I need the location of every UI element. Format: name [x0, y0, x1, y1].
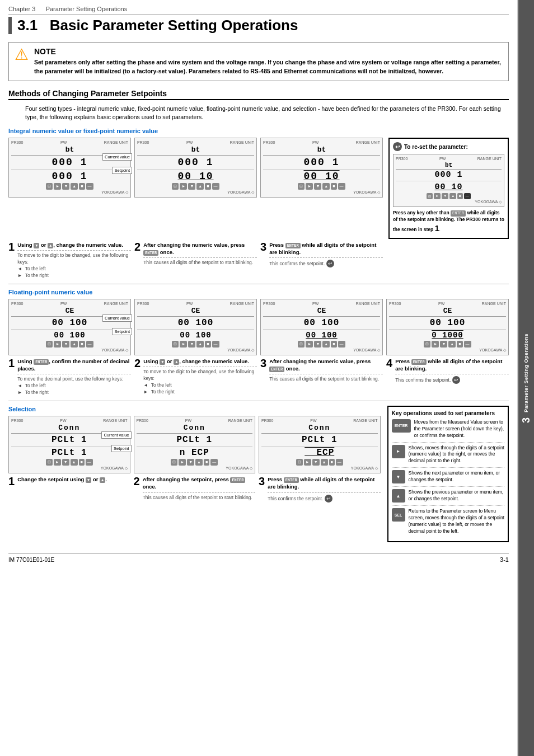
reset-title-text: To re-set the parameter:	[404, 144, 468, 150]
chapter-label: Chapter 3	[8, 6, 35, 12]
note-icon: ⚠	[15, 47, 29, 76]
page-number: 3-1	[500, 556, 509, 563]
methods-title: Methods of Changing Parameter Setpoints	[8, 89, 509, 100]
integral-device-3: PR300PWRANGE UNIT bt 000 1 00 10 ⊟ ► ▼ ▲…	[260, 138, 383, 238]
key-op-right: ► Shows, moves through the digits of a s…	[392, 445, 505, 465]
sidebar-tab: 3 Parameter Setting Operations	[518, 0, 534, 756]
down-key-desc: Shows the next parameter or menu item, o…	[409, 470, 505, 483]
note-title: NOTE	[34, 47, 503, 56]
up-key-icon: ▲	[392, 489, 405, 503]
key-op-down: ▼ Shows the next parameter or menu item,…	[392, 470, 505, 483]
right-key-desc: Shows, moves through the digits of a set…	[409, 445, 505, 465]
integral-device-2: PR300PWRANGE UNIT bt 000 1 00 10 ⊟ ► ▼ ▲…	[134, 138, 257, 238]
floating-subtitle: Floating-point numeric value	[8, 289, 509, 295]
callout-current-value: Current value	[102, 153, 132, 161]
section-title: 3.1 Basic Parameter Setting Operations	[8, 17, 509, 34]
methods-description: Four setting types - integral numeric va…	[25, 105, 509, 123]
floating-device-1: PR300PWRANGE UNIT CE 00 100 00 100 ⊟ ► ▼…	[8, 299, 131, 355]
key-op-up: ▲ Shows the previous parameter or menu i…	[392, 489, 505, 503]
floating-device-2: PR300PWRANGE UNIT CE 00 100 00 100 ⊟ ► ▼…	[134, 299, 257, 355]
floating-device-3: PR300PWRANGE UNIT CE 00 100 00 100 ⊟ ► ▼…	[260, 299, 383, 355]
selection-step-2: 2 After changing the setpoint, press ENT…	[134, 476, 256, 503]
selection-device-2: PR300PWRANGE UNIT Conn PCLt 1 n ECP ⊟ ► …	[134, 416, 256, 473]
reset-icon: ↩	[393, 142, 402, 151]
note-text: Set parameters only after setting the ph…	[34, 58, 503, 76]
integral-device-1: PR300PWRANGE UNIT bt 000 1 000 1 ⊟ ► ▼ ▲…	[8, 138, 131, 238]
sel-key-desc: Returns to the Parameter screen to Menu …	[409, 508, 505, 535]
selection-device-3: PR300PWRANGE UNIT Conn PCLt 1 ECP ⊟ ► ▼ …	[259, 416, 381, 473]
selection-step-3: 3 Press ENTER while all digits of the se…	[259, 476, 381, 503]
floating-step-2: 2 Using ▼ or ▲, change the numeric value…	[134, 358, 257, 396]
key-ops-title: Key operations used to set parameters	[392, 410, 505, 416]
reset-parameter-box: ↩ To re-set the parameter: PR300PWRANGE …	[388, 138, 509, 238]
key-op-sel: SEL Returns to the Parameter screen to M…	[392, 508, 505, 535]
selection-subtitle: Selection	[8, 406, 381, 412]
enter-key-icon: ENTER	[392, 419, 411, 433]
chapter-header: Chapter 3 Parameter Setting Operations	[8, 6, 509, 15]
floating-step-4: 4 Press ENTER while all digits of the se…	[386, 358, 509, 396]
callout-float-setpoint: Setpoint	[112, 328, 132, 335]
enter-key-desc: Moves from the Measured Value screen to …	[414, 419, 505, 439]
selection-device-1: PR300PWRANGE UNIT Conn PCLt 1 PCLt 1 ⊟ ►…	[8, 416, 130, 473]
key-operations-box: Key operations used to set parameters EN…	[387, 406, 509, 542]
integral-subtitle: Integral numeric value or fixed-point nu…	[8, 128, 509, 134]
im-number: IM 77C01E01-01E	[8, 557, 54, 563]
chapter-title: Parameter Setting Operations	[46, 6, 128, 12]
reset-description: Press any key other than ENTER while all…	[393, 210, 504, 234]
integral-step-3: 3 Press ENTER while all digits of the se…	[260, 241, 383, 279]
note-box: ⚠ NOTE Set parameters only after setting…	[8, 42, 509, 81]
up-key-desc: Shows the previous parameter or menu ite…	[409, 489, 505, 503]
callout-setpoint-1: Setpoint	[112, 167, 132, 174]
floating-step-1: 1 Using ENTER, confirm the number of dec…	[8, 358, 131, 396]
integral-step-2: 2 After changing the numeric value, pres…	[134, 241, 257, 279]
floating-device-4: PR300PWRANGE UNIT CE 00 100 0 1000 ⊟ ► ▼…	[386, 299, 509, 355]
selection-step-1: 1 Change the setpoint using ▼ or ▲.	[8, 476, 130, 503]
floating-step-3: 3 After changing the numeric value, pres…	[260, 358, 383, 396]
right-key-icon: ►	[392, 445, 405, 458]
key-op-enter: ENTER Moves from the Measured Value scre…	[392, 419, 505, 439]
callout-sel-current: Current value	[101, 431, 131, 439]
integral-step-1: 1 Using ▼ or ▲, change the numeric value…	[8, 241, 131, 279]
callout-sel-setpoint: Setpoint	[111, 445, 132, 452]
sel-key-icon: SEL	[392, 508, 405, 522]
down-key-icon: ▼	[392, 470, 405, 483]
callout-float-current: Current value	[102, 314, 132, 322]
